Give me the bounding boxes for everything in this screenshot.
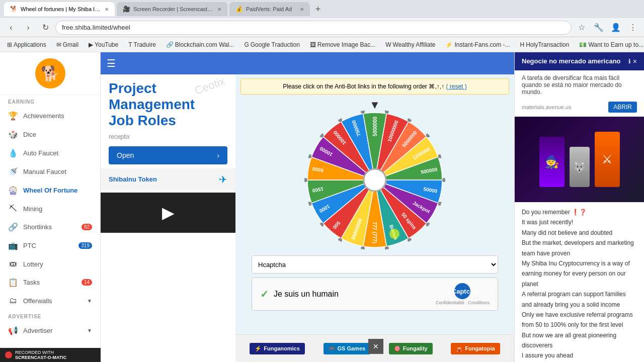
wheel-area: Please click on the Anti-Bot links in th… <box>235 74 514 362</box>
sidebar-item-offerwalls[interactable]: 🗂 Offerwalls ▼ <box>0 292 100 310</box>
hcaptcha-sub: Confidentialité · Conditions <box>436 300 490 305</box>
shibalnu-row[interactable]: Shibalnu Token ✈ <box>101 168 235 191</box>
url-bar[interactable]: free.shiba.limited/wheel <box>55 21 572 35</box>
captcha-select[interactable]: Hcaptcha <box>252 255 498 274</box>
hamburger-menu[interactable]: ☰ <box>107 57 116 69</box>
bookmark-remove-bg[interactable]: 🖼 Remove Image Bac... <box>307 40 378 49</box>
page-content: ☰ ProjectManagementJob Roles Ceotix rece… <box>101 52 644 362</box>
tab-2-favicon: 🎥 <box>123 6 130 13</box>
tab-1-title: Wheel of fortunes | My Shiba Inu... <box>21 6 102 12</box>
ad-close-button[interactable]: × <box>633 57 637 65</box>
ad-fungatopia[interactable]: 🎪Fungatopia <box>451 343 500 354</box>
tab-3[interactable]: 💰 PaidVerts: Paid Ad ✕ <box>229 2 310 16</box>
ptc-icon: 📺 <box>8 241 18 250</box>
achievements-icon: 🏆 <box>8 111 18 121</box>
bookmark-button[interactable]: ☆ <box>575 21 589 35</box>
auto-faucet-icon: 💧 <box>8 148 18 158</box>
ad-header-buttons: ℹ × <box>628 57 637 65</box>
tab-2-title: Screen Recorder | Screencast-O... <box>133 6 214 12</box>
sidebar: 🐕 EARNING 🏆 Achievements 🎲 Dice 💧 Auto F… <box>0 52 101 362</box>
bookmark-holy[interactable]: H HolyTransaction <box>517 40 573 49</box>
tab-1-close[interactable]: ✕ <box>105 7 109 12</box>
bookmark-gmail[interactable]: ✉ Gmail <box>53 40 82 49</box>
check-mark-icon: ✓ <box>260 288 269 300</box>
sidebar-item-achievements[interactable]: 🏆 Achievements <box>0 107 100 125</box>
sidebar-advertise-section: ADVERTISE <box>0 310 100 321</box>
bookmark-youtube[interactable]: ▶ YouTube <box>86 40 121 49</box>
ad-info-button[interactable]: ℹ <box>628 57 631 65</box>
sidebar-logo: 🐕 <box>0 52 100 95</box>
reload-button[interactable]: ↻ <box>38 21 52 35</box>
achievements-label: Achievements <box>23 112 64 120</box>
play-icon[interactable]: ▶ <box>162 203 175 222</box>
ad-url-row: materials.avenue.us ABRIR <box>515 100 644 117</box>
receptix-link[interactable]: receptix <box>109 133 227 140</box>
hcaptcha-branding: hCaptcha Confidentialité · Conditions <box>436 283 490 305</box>
ptc-badge: 319 <box>78 242 92 249</box>
promo-title: ProjectManagementJob Roles <box>109 80 227 129</box>
sidebar-item-mining[interactable]: ⛏ Mining <box>0 200 100 218</box>
tab-2-close[interactable]: ✕ <box>217 7 221 12</box>
bookmark-wealthy[interactable]: W Wealthy Affiliate <box>382 40 438 49</box>
new-tab-button[interactable]: + <box>312 3 324 15</box>
ad-close-x[interactable]: ✕ <box>368 339 383 354</box>
sidebar-item-dice[interactable]: 🎲 Dice <box>0 125 100 144</box>
antibot-text: Please click on the Anti-Bot links in th… <box>283 83 427 90</box>
back-button[interactable]: ‹ <box>4 21 18 35</box>
antibot-symbols: ⌘,↑,↑ <box>429 83 446 90</box>
ad-close-x-icon: ✕ <box>373 342 379 350</box>
extensions-button[interactable]: 🔧 <box>592 21 606 35</box>
fungality-icon: 🎯 <box>394 345 401 352</box>
advertiser-icon: 📢 <box>8 326 18 335</box>
main-layout: 🐕 EARNING 🏆 Achievements 🎲 Dice 💧 Auto F… <box>0 52 644 362</box>
tab-2[interactable]: 🎥 Screen Recorder | Screencast-O... ✕ <box>117 2 227 16</box>
bookmark-blockchain[interactable]: 🔗 Blockchain.com Wal... <box>163 40 237 49</box>
tab-1-favicon: 🐕 <box>10 6 18 13</box>
lottery-icon: 🎟 <box>8 259 18 268</box>
tasks-badge: 14 <box>82 279 92 286</box>
bookmark-google-translate[interactable]: G Google Traduction <box>241 40 302 49</box>
ad-image-content: 🧙 🐺 ⚔ <box>534 127 625 192</box>
video-thumbnail: ▶ <box>101 193 235 233</box>
ad-gs-games[interactable]: 🎮GS Games <box>324 343 371 354</box>
manual-faucet-label: Manual Faucet <box>23 168 66 175</box>
sidebar-item-advertiser[interactable]: 📢 Advertiser ▼ <box>0 321 100 340</box>
menu-button[interactable]: ⋮ <box>626 21 640 35</box>
sidebar-item-auto-faucet[interactable]: 💧 Auto Faucet <box>0 144 100 162</box>
captcha-check-area: ✓ Je suis un humain <box>260 288 339 300</box>
bookmark-applications[interactable]: ⊞ Applications <box>4 40 49 49</box>
ad-image: 🧙 🐺 ⚔ <box>515 117 644 202</box>
mining-label: Mining <box>23 205 42 213</box>
open-button[interactable]: Open › <box>109 146 227 164</box>
sidebar-item-lottery[interactable]: 🎟 Lottery <box>0 255 100 273</box>
ad-fungality[interactable]: 🎯Fungality <box>389 343 433 354</box>
abrir-button[interactable]: ABRIR <box>608 102 637 113</box>
tab-3-favicon: 💰 <box>235 6 243 13</box>
human-label: Je suis un humain <box>274 290 339 299</box>
funganomics-icon: ⚡ <box>255 345 262 352</box>
sidebar-item-shortlinks[interactable]: 🔗 Shortlinks 82 <box>0 218 100 236</box>
sidebar-item-wheel[interactable]: 🎡 Wheel Of Fortune <box>0 181 100 200</box>
tab-3-close[interactable]: ✕ <box>300 7 304 12</box>
dice-icon: 🎲 <box>8 130 18 139</box>
gs-icon: 🎮 <box>329 345 336 352</box>
shiba-logo-icon: 🐕 <box>35 58 65 88</box>
sidebar-item-tasks[interactable]: 📋 Tasks 14 <box>0 273 100 292</box>
forward-button[interactable]: › <box>21 21 35 35</box>
lottery-label: Lottery <box>23 260 43 268</box>
character-3: ⚔ <box>595 132 620 187</box>
advertiser-label: Advertiser <box>23 327 53 334</box>
bookmark-traduire[interactable]: T Traduire <box>125 40 159 49</box>
ad-funganomics[interactable]: ⚡Funganomics <box>250 343 305 354</box>
offerwalls-label: Offerwalls <box>23 297 52 305</box>
screencast-bar: RECORDED WITHSCREENCAST-O-MATIC <box>0 348 101 362</box>
profile-button[interactable]: 👤 <box>609 21 623 35</box>
sidebar-item-manual-faucet[interactable]: 🚿 Manual Faucet <box>0 162 100 181</box>
bookmark-instant-fans[interactable]: ⚡ Instant-Fans.com -... <box>442 40 513 49</box>
antibot-reset[interactable]: ( reset ) <box>446 83 466 90</box>
wheel-canvas[interactable] <box>304 110 445 250</box>
bookmark-earn[interactable]: 💵 Want to Earn up to... <box>576 40 644 49</box>
sidebar-item-ptc[interactable]: 📺 PTC 319 <box>0 236 100 255</box>
tab-1[interactable]: 🐕 Wheel of fortunes | My Shiba Inu... ✕ <box>4 2 115 16</box>
manual-faucet-icon: 🚿 <box>8 167 18 176</box>
